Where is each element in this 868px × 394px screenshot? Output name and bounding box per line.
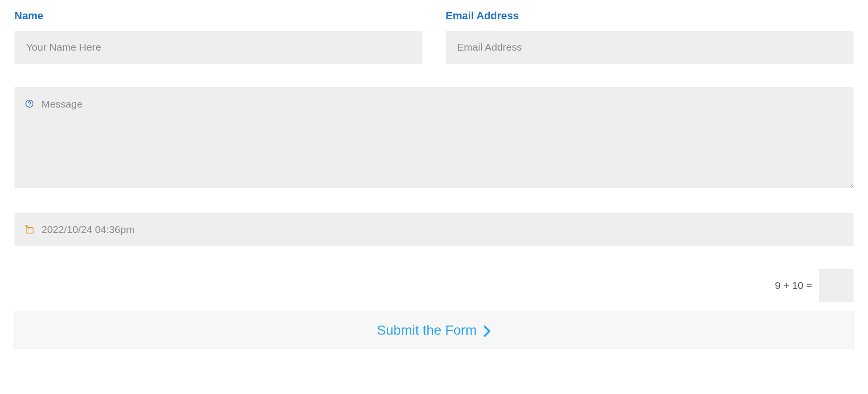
datetime-row [14, 213, 854, 246]
svg-rect-2 [27, 228, 33, 233]
captcha-question: 9 + 10 = [775, 280, 812, 291]
captcha-row: 9 + 10 = [14, 269, 854, 302]
email-label: Email Address [446, 10, 854, 22]
name-email-row: Name Email Address [14, 10, 854, 64]
datetime-input[interactable] [14, 213, 854, 246]
calendar-edit-icon[interactable] [25, 225, 35, 234]
name-column: Name [14, 10, 422, 64]
name-input[interactable] [14, 31, 422, 64]
message-textarea[interactable] [14, 87, 854, 188]
name-label: Name [14, 10, 422, 22]
message-row [14, 87, 854, 190]
email-column: Email Address [446, 10, 854, 64]
chevron-right-icon [483, 325, 491, 336]
contact-form: Name Email Address 9 + 10 = [14, 10, 854, 349]
question-circle-icon[interactable] [25, 99, 34, 108]
captcha-input[interactable] [819, 269, 854, 302]
submit-button[interactable]: Submit the Form [14, 312, 854, 349]
svg-point-1 [29, 106, 29, 106]
email-input[interactable] [446, 31, 854, 64]
submit-button-label: Submit the Form [377, 323, 477, 338]
